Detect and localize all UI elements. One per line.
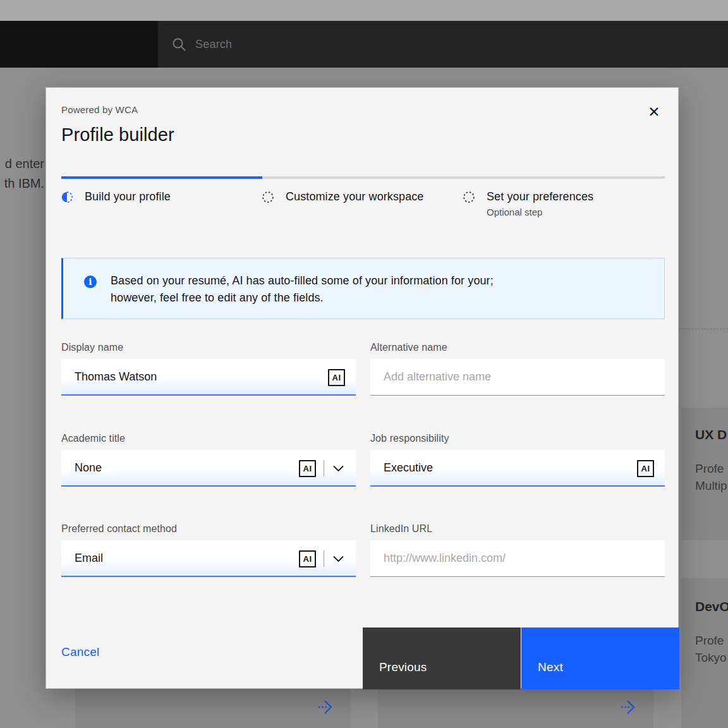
progress-track (61, 176, 665, 179)
step-customize-your-workspace[interactable]: Customize your workspace (262, 189, 423, 204)
arrow-right-icon (317, 698, 336, 717)
field-academic-title: Academic title None AI (61, 433, 356, 487)
field-linkedin-url: LinkedIn URL (370, 523, 665, 577)
step-pending-icon (262, 191, 274, 203)
adornment-divider (324, 550, 324, 567)
field-preferred-contact-method: Preferred contact method Email AI (61, 523, 356, 577)
ai-badge[interactable]: AI (637, 460, 654, 477)
progress-segment-current (61, 176, 262, 179)
dropdown-toggle[interactable] (332, 464, 345, 473)
background-card-devops: DevO Profe Tokyo (681, 578, 728, 728)
background-paragraph-fragment: d enter th IBM. (0, 154, 44, 193)
arrow-right-icon (619, 698, 638, 717)
job-responsibility-input[interactable] (370, 450, 665, 487)
step-build-your-profile[interactable]: Build your profile (61, 189, 171, 204)
modal-title: Profile builder (61, 124, 174, 145)
step-pending-icon (463, 191, 475, 203)
field-alternative-name: Alternative name (370, 342, 665, 396)
alternative-name-input[interactable] (370, 359, 665, 396)
step-current-icon (61, 191, 73, 203)
ai-badge[interactable]: AI (328, 369, 345, 386)
adornment-divider (324, 460, 324, 476)
progress-segment-pending (463, 176, 665, 179)
step-optional-sublabel: Optional step (487, 207, 542, 217)
background-card-ux: UX D Profe Multip (681, 408, 728, 540)
page: { "header": { "search_placeholder": "Sea… (0, 0, 728, 728)
browser-top-strip (0, 0, 728, 21)
linkedin-url-input[interactable] (370, 540, 665, 577)
progress-segment-pending (262, 176, 463, 179)
ai-badge[interactable]: AI (299, 460, 316, 477)
next-button[interactable]: Next (521, 628, 679, 689)
background-tile-right (378, 689, 653, 728)
global-search[interactable]: Search (172, 21, 232, 68)
dropdown-toggle[interactable] (332, 554, 345, 564)
info-icon: i (84, 276, 97, 288)
modal-eyebrow: Powered by WCA (61, 104, 138, 115)
search-placeholder-text: Search (195, 38, 232, 51)
profile-builder-modal: Powered by WCA Profile builder ✕ Build y… (46, 87, 679, 689)
header-brand-box (0, 21, 158, 68)
ai-info-banner: i Based on your resumé, AI has auto-fill… (61, 258, 665, 319)
banner-text: Based on your resumé, AI has auto-filled… (111, 272, 494, 306)
close-button[interactable]: ✕ (639, 97, 669, 127)
chevron-down-icon (333, 555, 344, 562)
background-tile-left (75, 689, 351, 728)
field-job-responsibility: Job responsibility AI (370, 433, 665, 487)
previous-button[interactable]: Previous (363, 628, 521, 689)
app-header: Search (0, 21, 728, 68)
field-display-name: Display name AI (61, 342, 356, 396)
search-icon (172, 37, 186, 52)
display-name-input[interactable] (61, 359, 356, 396)
ai-badge[interactable]: AI (299, 550, 316, 567)
step-set-your-preferences[interactable]: Set your preferences Optional step (463, 189, 593, 221)
cancel-button[interactable]: Cancel (61, 645, 99, 659)
chevron-down-icon (333, 465, 344, 472)
